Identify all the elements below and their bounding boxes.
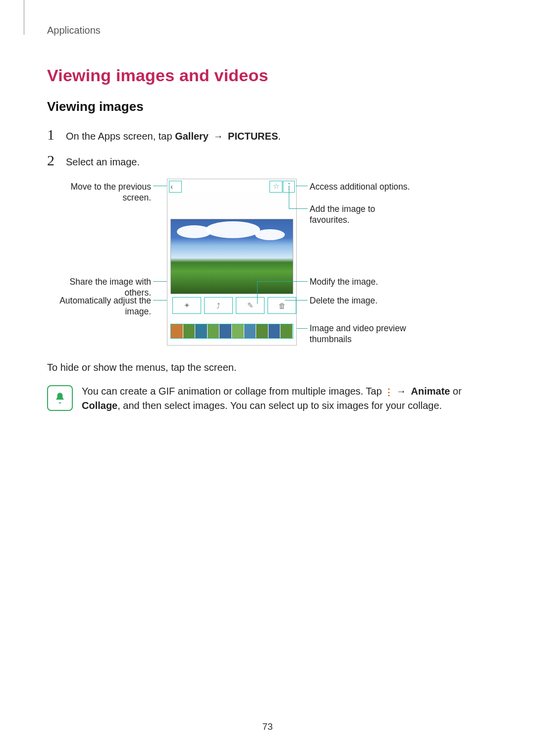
- step-suffix: .: [278, 131, 281, 142]
- thumbnail-strip[interactable]: [170, 324, 293, 339]
- leader-line: [297, 328, 308, 329]
- bell-icon: [47, 385, 73, 411]
- arrow-icon: →: [396, 384, 406, 399]
- step-text: Select an image.: [66, 156, 140, 168]
- callout-auto-adjust: Automatically adjust the image.: [47, 296, 151, 317]
- thumbnail[interactable]: [171, 324, 183, 338]
- gallery-diagram: Move to the previous screen. Share the i…: [47, 179, 488, 347]
- share-button[interactable]: ⤴: [204, 297, 233, 314]
- hide-show-instruction: To hide or show the menus, tap the scree…: [47, 362, 488, 373]
- edit-button[interactable]: ✎: [236, 297, 265, 314]
- leader-line: [289, 186, 289, 208]
- callout-modify: Modify the image.: [310, 277, 378, 288]
- note-text: You can create a GIF animation or collag…: [82, 384, 488, 413]
- thumbnail[interactable]: [244, 324, 257, 338]
- step-number: 2: [47, 152, 64, 169]
- leader-line: [285, 300, 308, 301]
- thumbnail[interactable]: [280, 324, 293, 338]
- note-post: , and then select images. You can select…: [117, 400, 442, 411]
- thumbnail[interactable]: [219, 324, 232, 338]
- step-prefix: Select an image.: [66, 156, 140, 167]
- main-image[interactable]: [170, 219, 293, 294]
- leader-line: [257, 281, 308, 282]
- highlight-star: [269, 181, 282, 193]
- collage-bold: Collage: [82, 400, 117, 411]
- thumbnail[interactable]: [268, 324, 281, 338]
- subsection-title: Viewing images: [47, 99, 488, 114]
- more-options-icon: ⋮: [384, 389, 391, 395]
- thumbnail[interactable]: [195, 324, 208, 338]
- callout-add-favourites: Add the image to favourites.: [310, 204, 414, 226]
- step-1: 1 On the Apps screen, tap Gallery → PICT…: [47, 126, 488, 143]
- auto-adjust-button[interactable]: ✦: [172, 297, 201, 314]
- thumbnail[interactable]: [183, 324, 196, 338]
- thumbnail[interactable]: [256, 324, 268, 338]
- animate-bold: Animate: [411, 386, 450, 397]
- section-title: Viewing images and videos: [47, 66, 488, 85]
- callout-delete: Delete the image.: [310, 296, 377, 306]
- thumbnail[interactable]: [232, 324, 244, 338]
- leader-line: [257, 281, 258, 304]
- gallery-bold: Gallery: [175, 131, 209, 142]
- thumbnail[interactable]: [208, 324, 220, 338]
- highlight-back: [169, 181, 182, 193]
- phone-screenshot: ‹ ☆ ⋮ ✦ ⤴ ✎ 🗑: [167, 179, 297, 346]
- breadcrumb: Applications: [47, 25, 488, 36]
- leader-line: [289, 208, 308, 209]
- step-prefix: On the Apps screen, tap: [66, 131, 175, 142]
- note-pre: You can create a GIF animation or collag…: [82, 386, 384, 397]
- step-mid1: [209, 131, 212, 142]
- callout-thumbnails: Image and video preview thumbnails: [310, 323, 419, 345]
- page-number: 73: [0, 721, 535, 732]
- note-mid: or: [450, 386, 461, 397]
- arrow-icon: →: [214, 131, 223, 142]
- leader-line: [296, 186, 308, 186]
- cloud-shape: [206, 221, 260, 238]
- step-text: On the Apps screen, tap Gallery → PICTUR…: [66, 131, 281, 142]
- callout-more-options: Access additional options.: [310, 182, 410, 193]
- leader-line: [153, 186, 167, 186]
- page-content: Applications Viewing images and videos V…: [0, 0, 535, 756]
- gallery-actionbar: ✦ ⤴ ✎ 🗑: [170, 296, 293, 315]
- callout-prev-screen: Move to the previous screen.: [47, 182, 151, 203]
- cloud-shape: [255, 229, 285, 240]
- step-number: 1: [47, 126, 64, 143]
- pictures-bold: PICTURES: [228, 131, 278, 142]
- step-2: 2 Select an image.: [47, 152, 488, 169]
- note-block: You can create a GIF animation or collag…: [47, 384, 488, 413]
